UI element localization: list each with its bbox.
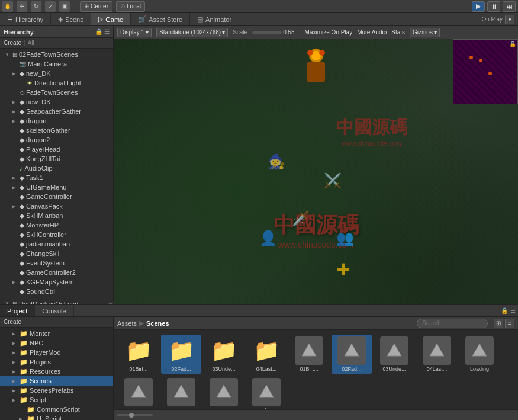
hierarchy-item-dragon[interactable]: ▶ ◆ dragon: [0, 116, 113, 126]
asset-test01[interactable]: test_01: [161, 376, 201, 409]
play-button[interactable]: ▶: [472, 1, 485, 12]
breadcrumb-assets[interactable]: Assets: [117, 320, 137, 327]
proj-item-script[interactable]: ▶ 📁 Script: [0, 395, 113, 405]
hierarchy-item-new-dk2[interactable]: ▶ ◆ new_DK: [0, 97, 113, 107]
asset-loading[interactable]: Loading: [459, 335, 500, 374]
hierarchy-item-jiadianmianban[interactable]: ◆ jiadianmianban: [0, 239, 113, 249]
pause-button[interactable]: ⏸: [487, 1, 500, 12]
local-button[interactable]: ⊙ Local: [116, 1, 145, 12]
asset-unity-02fad[interactable]: 02Fad...: [332, 335, 372, 374]
hierarchy-item-kgfmap[interactable]: ▶ ◆ KGFMapSystem: [0, 277, 113, 287]
proj-item-hscript[interactable]: ▶ 📁 H_Script: [0, 414, 113, 420]
assets-view-controls: ⊞ ≡: [494, 319, 514, 328]
hierarchy-item-playerhead[interactable]: ◆ PlayerHead: [0, 145, 113, 154]
breadcrumb-scenes[interactable]: Scenes: [146, 320, 169, 327]
hierarchy-item-task1[interactable]: ▶ ◆ Task1: [0, 173, 113, 182]
svg-marker-13: [259, 385, 274, 397]
hand-tool-icon[interactable]: ✋: [2, 1, 13, 12]
proj-item-npc[interactable]: ▶ 📁 NPC: [0, 338, 113, 348]
hierarchy-item-audioclip[interactable]: ♪ AudioClip: [0, 163, 113, 173]
asset-test[interactable]: test: [118, 376, 159, 409]
asset-folder-03unde[interactable]: 📁 03Unde...: [204, 335, 244, 374]
zoom-slider-thumb[interactable]: [129, 413, 134, 418]
folder-icon-04: 📁: [252, 336, 281, 365]
step-button[interactable]: ⏭: [503, 1, 516, 12]
char-3: 🗡️: [292, 210, 310, 227]
asset-welco[interactable]: Welco...: [246, 376, 287, 409]
hierarchy-item-main-camera[interactable]: 📷 Main Camera: [0, 59, 113, 69]
bottom-panel: Project Console 🔒 ☰ Create ▶ 📁 Monter ▶: [0, 304, 518, 420]
hierarchy-item-dragon2[interactable]: ◆ dragon2: [0, 135, 113, 145]
hierarchy-item-uigamemenu[interactable]: ▶ ◆ UIGameMenu: [0, 182, 113, 192]
maximize-label[interactable]: Maximize On Play: [305, 29, 353, 36]
scale-tool-icon[interactable]: ⤢: [45, 1, 56, 12]
hierarchy-item-directional-light[interactable]: ☀ Directional Light: [0, 78, 113, 88]
hierarchy-item-skillcontroller[interactable]: ◆ SkillController: [0, 230, 113, 239]
hierarchy-item-skillmianban[interactable]: ◆ SkillMianban: [0, 211, 113, 220]
proj-item-resources[interactable]: ▶ 📁 Resources: [0, 367, 113, 376]
obj-icon21: ◆: [20, 288, 24, 296]
bottom-lock-icon[interactable]: 🔒: [501, 307, 508, 314]
center-button[interactable]: ⊕ Center: [80, 1, 112, 12]
scene-root-item[interactable]: ▼ ⊞ 02FadeTownScenes: [0, 50, 113, 59]
asset-folder-02fad[interactable]: 📁 02Fad...: [161, 335, 201, 374]
hierarchy-item-changeskill[interactable]: ◆ ChangeSkill: [0, 249, 113, 258]
proj-item-monter[interactable]: ▶ 📁 Monter: [0, 329, 113, 338]
folder-icon-script: 📁: [20, 396, 28, 404]
audio-icon: ♪: [20, 165, 23, 172]
create-label[interactable]: Create: [4, 40, 21, 46]
hierarchy-item-gamecontroller2[interactable]: ◆ GameController2: [0, 268, 113, 277]
proj-item-scenes[interactable]: ▶ 📁 Scenes: [0, 376, 113, 386]
hierarchy-lock-icon[interactable]: 🔒: [95, 28, 102, 35]
asset-unity-04last[interactable]: 04Last...: [417, 335, 457, 374]
on-play-dropdown[interactable]: ▾: [505, 15, 514, 24]
tab-scene[interactable]: ◈ Scene: [51, 13, 91, 25]
hierarchy-item-canvaspack[interactable]: ▶ ◆ CanvasPack: [0, 201, 113, 211]
hierarchy-item-eventsystem[interactable]: ◆ EventSystem: [0, 258, 113, 268]
bottom-menu-icon[interactable]: ☰: [510, 307, 516, 314]
hierarchy-item-soundctrl[interactable]: ◆ SoundCtrl: [0, 287, 113, 296]
tab-hierarchy[interactable]: ☰ Hierarchy: [0, 13, 51, 25]
display-dropdown[interactable]: Display 1 ▾: [117, 28, 152, 37]
assets-search-input[interactable]: [417, 319, 488, 328]
asset-uitest[interactable]: UItest: [204, 376, 244, 409]
tab-console[interactable]: Console: [35, 305, 73, 316]
tab-asset-store[interactable]: 🛒 Asset Store: [131, 13, 190, 25]
resolution-dropdown[interactable]: Standalone (1024x768) ▾: [156, 28, 228, 37]
scene-arrow-icon: ▼: [5, 52, 11, 57]
zoom-slider-track[interactable]: [117, 414, 153, 416]
hierarchy-item-skeleton[interactable]: ◆ skeletonGather: [0, 126, 113, 135]
stats-label[interactable]: Stats: [391, 29, 405, 36]
tab-game[interactable]: ▷ Game: [91, 13, 131, 25]
scene-obj-icon: ◇: [20, 89, 24, 97]
hierarchy-item-new-dk[interactable]: ▶ ◆ new_DK: [0, 69, 113, 78]
hierarchy-item-seapoacherGather[interactable]: ▶ ◆ SeapoacherGather: [0, 107, 113, 116]
assets-grid-view-btn[interactable]: ⊞: [494, 319, 503, 328]
proj-item-commonscript[interactable]: 📁 CommonScript: [0, 405, 113, 414]
hierarchy-menu-icon[interactable]: ☰: [104, 28, 110, 35]
mute-label[interactable]: Mute Audio: [357, 29, 387, 36]
tab-animator[interactable]: ▤ Animator: [190, 13, 239, 25]
hierarchy-item-gamecontroller[interactable]: ◆ GameController: [0, 192, 113, 201]
hierarchy-item-fade-town[interactable]: ◇ FadeTownScenes: [0, 88, 113, 97]
proj-item-plugins[interactable]: ▶ 📁 Plugins: [0, 357, 113, 367]
asset-folder-04last[interactable]: 📁 04Last...: [246, 335, 287, 374]
char-2: ⚔️: [324, 172, 342, 189]
obj-icon13: ◆: [20, 212, 24, 220]
obj-icon3: ◆: [20, 108, 24, 116]
proj-item-scenesprefabs[interactable]: ▶ 📁 ScenesPrefabs: [0, 386, 113, 395]
rect-tool-icon[interactable]: ▣: [59, 1, 70, 12]
asset-unity-03unde[interactable]: 03Unde...: [374, 335, 414, 374]
proj-create-label[interactable]: Create: [4, 319, 21, 325]
gizmos-dropdown[interactable]: Gizmos ▾: [410, 28, 440, 37]
hierarchy-item-monsterhp[interactable]: ◆ MonsterHP: [0, 220, 113, 230]
assets-list-view-btn[interactable]: ≡: [505, 319, 514, 328]
move-tool-icon[interactable]: ✛: [17, 1, 27, 12]
tab-project[interactable]: Project: [0, 305, 35, 316]
hierarchy-item-kongzhitai[interactable]: ◆ KongZHITai: [0, 154, 113, 163]
proj-item-playermod[interactable]: ▶ 📁 PlayerMod: [0, 348, 113, 357]
asset-folder-01birt[interactable]: 📁 01Birt...: [118, 335, 159, 374]
scale-slider[interactable]: 0.58: [252, 29, 294, 36]
rotate-tool-icon[interactable]: ↻: [31, 1, 41, 12]
asset-unity-01birt[interactable]: 01Birt...: [289, 335, 329, 374]
